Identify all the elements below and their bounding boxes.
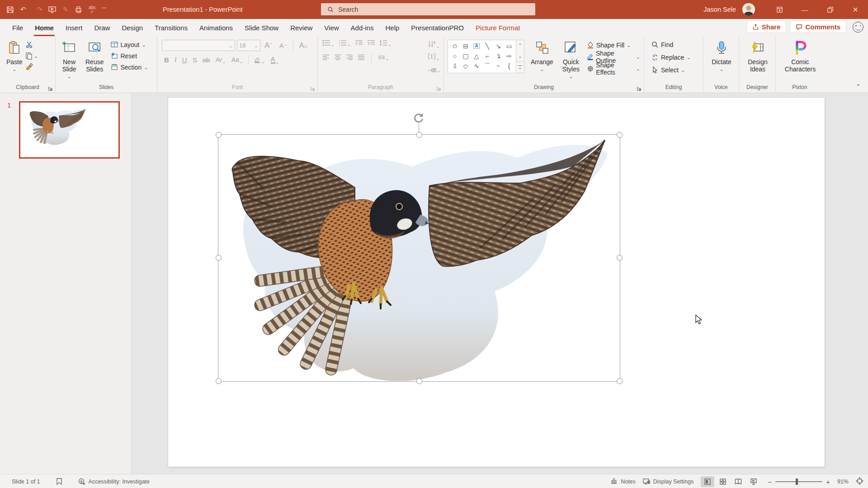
chevron-down-icon[interactable]: ⌄ (12, 67, 16, 71)
bullets-button[interactable]: ⌄ (322, 40, 335, 47)
cut-button[interactable] (25, 41, 38, 50)
section-button[interactable]: Section⌄ (110, 62, 149, 72)
bold-button[interactable]: B (162, 55, 171, 65)
tab-help[interactable]: Help (379, 19, 405, 36)
font-dialog-launcher[interactable] (310, 85, 316, 91)
chevron-down-icon[interactable]: ⌄ (436, 43, 440, 49)
clipboard-dialog-launcher[interactable] (48, 85, 53, 91)
font-name-combobox[interactable]: ⌄ (162, 40, 235, 51)
new-slide-button[interactable]: New Slide ⌄ (59, 39, 79, 80)
zoom-in-button[interactable]: + (826, 478, 830, 486)
slide-editing-area[interactable] (132, 93, 868, 474)
align-left-button[interactable] (322, 54, 330, 61)
shape-arc-icon[interactable]: ⌒ (484, 63, 491, 69)
shape-star-icon[interactable]: ✩ (452, 43, 458, 49)
shape-curve-icon[interactable]: ~ (496, 63, 500, 69)
slide-thumbnail-panel[interactable]: 1 (0, 93, 132, 474)
picture-selection-box[interactable] (218, 134, 620, 382)
shape-gallery[interactable]: ✩ ⊟ A ╲ ↘ ▭ ○ ▢ △ ⌐ ↴ ⇨ ⇩ ◇ ∿ ⌒ ~ (448, 40, 516, 73)
chevron-down-icon[interactable]: ⌄ (636, 67, 640, 70)
comic-characters-button[interactable]: Comic Characters (782, 39, 818, 75)
tab-design[interactable]: Design (116, 19, 149, 36)
arrange-button[interactable]: Arrange ⌄ (528, 39, 556, 73)
resize-handle-bottom-right[interactable] (617, 378, 623, 384)
shape-arrow-line-icon[interactable]: ↘ (495, 43, 501, 49)
shape-right-arrow-icon[interactable]: ⇨ (506, 53, 512, 59)
align-text-button[interactable]: ⌄ (428, 53, 440, 61)
search-box[interactable]: Search (321, 3, 535, 15)
slide-indicator[interactable]: Slide 1 of 1 (12, 479, 40, 485)
tab-home[interactable]: Home (29, 19, 60, 36)
chevron-down-icon[interactable]: ⌄ (627, 43, 631, 47)
chevron-down-icon[interactable]: ⌄ (681, 68, 685, 72)
start-slideshow-button[interactable] (48, 6, 56, 14)
accessibility-checker[interactable]: Accessibility: Investigate (78, 478, 150, 485)
chevron-down-icon[interactable]: ⌄ (636, 55, 640, 59)
shape-textbox-icon[interactable]: A (473, 43, 479, 49)
slide[interactable] (168, 98, 825, 467)
chevron-down-icon[interactable]: ⌄ (275, 60, 279, 64)
text-direction-button[interactable]: ⌄ (428, 41, 440, 49)
find-button[interactable]: Find (651, 40, 703, 50)
shape-freeform-icon[interactable]: ◇ (463, 63, 468, 69)
tab-slide-show[interactable]: Slide Show (239, 19, 284, 36)
zoom-slider-thumb[interactable] (796, 479, 798, 485)
chevron-down-icon[interactable]: ⌄ (330, 42, 335, 47)
avatar[interactable] (742, 3, 755, 16)
strikethrough-button[interactable]: ab (200, 55, 212, 65)
shape-oval-icon[interactable]: ○ (453, 53, 457, 59)
reuse-slides-button[interactable]: Reuse Slides (83, 39, 106, 75)
tab-animations[interactable]: Animations (193, 19, 239, 36)
slideshow-view-button[interactable] (747, 476, 760, 487)
shape-triangle-icon[interactable]: △ (474, 53, 479, 59)
resize-handle-middle-left[interactable] (216, 255, 222, 261)
shape-brace-icon[interactable]: { (508, 63, 510, 69)
resize-handle-top-right[interactable] (617, 132, 623, 138)
chevron-down-icon[interactable]: ⌄ (719, 67, 723, 71)
notes-button[interactable]: Notes (610, 478, 636, 485)
gallery-more-button[interactable]: ⌄ (516, 61, 524, 73)
undo-button[interactable]: ↶⌄ (20, 5, 30, 14)
zoom-out-button[interactable]: − (768, 478, 772, 486)
increase-font-size-button[interactable]: A⌃ (262, 40, 275, 51)
numbering-button[interactable]: ⌄ (339, 40, 351, 47)
quick-styles-button[interactable]: Quick Styles ⌄ (560, 39, 582, 80)
gallery-scroll-down[interactable]: ⌄ (516, 51, 524, 62)
chevron-down-icon[interactable]: ⌄ (436, 56, 440, 61)
drawing-dialog-launcher[interactable] (637, 85, 642, 91)
shape-effects-button[interactable]: Shape Effects⌄ (586, 64, 641, 74)
tab-transitions[interactable]: Transitions (149, 19, 193, 36)
chevron-down-icon[interactable]: ⌄ (387, 42, 392, 47)
chevron-down-icon[interactable]: ⌄ (142, 43, 146, 47)
print-preview-button[interactable] (75, 6, 82, 14)
save-button[interactable] (6, 6, 14, 14)
chevron-down-icon[interactable]: ⌄ (686, 56, 690, 59)
resize-handle-top-left[interactable] (216, 132, 222, 138)
decrease-indent-button[interactable] (355, 40, 363, 47)
clear-formatting-button[interactable]: A◇ (297, 41, 310, 51)
tab-file[interactable]: File (6, 19, 29, 36)
fit-slide-to-window-button[interactable] (856, 477, 863, 486)
chevron-down-icon[interactable]: ⌄ (26, 8, 30, 11)
chevron-down-icon[interactable]: ⌄ (261, 60, 265, 63)
tab-view[interactable]: View (318, 19, 344, 36)
ribbon-display-options-button[interactable] (767, 0, 792, 19)
paragraph-dialog-launcher[interactable] (436, 85, 442, 91)
copy-button[interactable]: ⌄ (25, 52, 38, 60)
align-right-button[interactable] (346, 54, 353, 61)
shape-rectangle-icon[interactable]: ▭ (506, 43, 512, 49)
share-button[interactable]: Share (746, 21, 787, 33)
italic-button[interactable]: I (172, 55, 179, 65)
reset-button[interactable]: Reset (110, 51, 149, 61)
increase-indent-button[interactable] (367, 40, 375, 47)
text-highlight-button[interactable]: ⌄ (251, 55, 267, 64)
select-button[interactable]: Select⌄ (651, 65, 703, 75)
gallery-scroll-up[interactable]: ⌃ (516, 40, 524, 51)
chevron-down-icon[interactable]: ⌄ (540, 67, 544, 71)
chevron-down-icon[interactable]: ⌄ (239, 60, 243, 63)
chevron-down-icon[interactable]: ⌄ (67, 75, 71, 78)
spelling-button[interactable]: abc✓ (89, 5, 96, 14)
shape-elbow-connector-icon[interactable]: ⌐ (486, 53, 489, 59)
character-spacing-button[interactable]: AV⌄ (213, 56, 228, 64)
minimize-button[interactable]: — (792, 0, 817, 19)
